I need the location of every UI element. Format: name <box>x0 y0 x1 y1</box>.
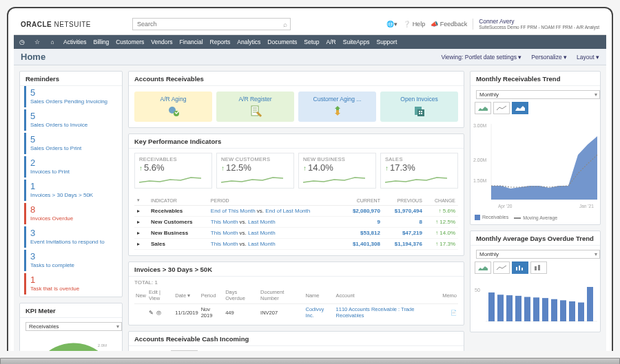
reminder-item[interactable]: 5Sales Orders to Print <box>24 133 118 154</box>
note-icon[interactable]: 📄 <box>451 310 457 316</box>
svg-rect-33 <box>560 301 566 322</box>
svg-text:2.00M: 2.00M <box>473 158 487 162</box>
menu-customers[interactable]: Customers <box>116 39 144 45</box>
svg-rect-25 <box>488 292 495 321</box>
svg-rect-9 <box>419 113 420 114</box>
search-box[interactable]: ⌕ <box>132 18 291 30</box>
globe-icon[interactable]: 🌐▾ <box>386 21 397 28</box>
svg-rect-27 <box>506 295 513 321</box>
trend2-title: Monthly Average Days Overdue Trend <box>471 231 600 246</box>
search-icon[interactable]: ⌕ <box>283 21 287 28</box>
topbar: ORACLE NETSUITE ⌕ 🌐▾ ❔ Help 📣 Feedback C… <box>14 14 606 35</box>
layout-link[interactable]: Layout ▾ <box>577 54 599 61</box>
chart-type-line-icon[interactable] <box>493 261 510 274</box>
tile-open-invoices[interactable]: Open Invoices <box>380 92 458 122</box>
reminder-item[interactable]: 5Sales Orders Pending Invoicing <box>24 86 118 107</box>
chart-type-area-icon[interactable] <box>475 261 491 274</box>
svg-rect-20 <box>521 268 523 270</box>
tile-ar-register[interactable]: A/R Register <box>216 92 294 122</box>
svg-rect-30 <box>533 297 539 321</box>
svg-rect-21 <box>535 266 537 270</box>
ar-portlet: Accounts Receivables A/R Aging A/R Regis… <box>128 71 464 128</box>
menu-documents[interactable]: Documents <box>267 39 297 45</box>
star-icon[interactable]: ☆ <box>33 38 41 46</box>
home-icon[interactable]: ⌂ <box>48 38 56 46</box>
kpi-title: Key Performance Indicators <box>129 134 464 149</box>
reminder-item[interactable]: 3Event Invitations to respond to <box>24 226 118 248</box>
clock-icon[interactable]: ◷ <box>18 38 26 46</box>
menu-activities[interactable]: Activities <box>63 39 87 45</box>
table-row[interactable]: ✎ ◎ 11/1/2019 Nov 2019 449 INV207 Codivv… <box>134 304 458 321</box>
trend1-period-select[interactable]: Monthly <box>476 90 600 99</box>
user-name: Conner Avery <box>479 19 599 25</box>
chart-type-filled-icon[interactable] <box>512 102 528 114</box>
menubar: ◷ ☆ ⌂ Activities Billing Customers Vendo… <box>14 35 606 49</box>
svg-rect-32 <box>551 299 557 321</box>
trend1-title: Monthly Receivables Trend <box>471 72 600 86</box>
personalize-link[interactable]: Personalize ▾ <box>531 54 567 61</box>
tile-label: A/R Register <box>238 96 271 103</box>
kpi-card[interactable]: NEW CUSTOMERS12.5% <box>216 153 294 189</box>
svg-rect-36 <box>587 287 593 321</box>
menu-billing[interactable]: Billing <box>94 39 110 45</box>
tile-label: Open Invoices <box>400 96 437 103</box>
feedback-link[interactable]: 📣 Feedback <box>431 21 467 28</box>
search-input[interactable] <box>136 20 283 28</box>
menu-ar[interactable]: A/R <box>327 39 336 45</box>
svg-rect-35 <box>578 303 584 321</box>
svg-text:Jan '21: Jan '21 <box>579 204 594 208</box>
trend2-period-select[interactable]: Monthly <box>476 250 600 259</box>
invoices-portlet: Invoices > 30 Days > 50K TOTAL: 1 NewEdi… <box>128 261 464 325</box>
table-row[interactable]: ▸ReceivablesEnd of This Month vs. End of… <box>134 206 458 217</box>
reminders-list: 5Sales Orders Pending Invoicing5Sales Or… <box>20 86 122 295</box>
menu-setup[interactable]: Setup <box>304 39 319 45</box>
menu-financial[interactable]: Financial <box>180 39 203 45</box>
reminder-item[interactable]: 8Invoices Overdue <box>24 203 118 224</box>
help-link[interactable]: ❔ Help <box>403 21 425 28</box>
table-row[interactable]: ▸SalesThis Month vs. Last Month$1,401,30… <box>134 239 458 250</box>
chart-type-line-icon[interactable] <box>493 102 510 114</box>
reminder-item[interactable]: 2Invoices to Print <box>24 156 118 178</box>
tile-customer-aging[interactable]: Customer Aging ... <box>298 92 376 122</box>
menu-reports[interactable]: Reports <box>210 39 231 45</box>
reminders-portlet: Reminders 5Sales Orders Pending Invoicin… <box>19 71 123 297</box>
kpi-portlet: Key Performance Indicators RECEIVABLES5.… <box>128 133 464 256</box>
user-block[interactable]: Conner Avery SuiteSuccess Demo FF PRM - … <box>473 19 599 30</box>
tile-label: A/R Aging <box>161 96 187 103</box>
viewing[interactable]: Viewing: Portlet date settings ▾ <box>441 54 521 61</box>
trend2-chart: 50 <box>471 277 600 332</box>
svg-rect-7 <box>419 111 420 112</box>
chart-type-area-icon[interactable] <box>475 102 491 114</box>
user-role: SuiteSuccess Demo FF PRM - NOAM FF PRM -… <box>479 25 599 30</box>
page-title: Home <box>21 52 45 62</box>
svg-rect-19 <box>519 266 520 270</box>
kpi-card[interactable]: NEW BUSINESS14.0% <box>298 153 376 189</box>
brand-logo: ORACLE NETSUITE <box>21 21 91 28</box>
tile-ar-aging[interactable]: A/R Aging <box>134 92 212 122</box>
kpi-meter-portlet: KPI Meter Receivables $2.1M RECEIVABLES <box>19 303 123 351</box>
menu-vendors[interactable]: Vendors <box>151 39 172 45</box>
chart-type-other-icon[interactable] <box>530 261 547 274</box>
menu-analytics[interactable]: Analytics <box>237 39 260 45</box>
svg-rect-26 <box>497 295 504 321</box>
table-row[interactable]: ▸New CustomersThis Month vs. Last Month9… <box>134 217 458 228</box>
table-row[interactable]: ▸New BusinessThis Month vs. Last Month$5… <box>134 228 458 239</box>
brand-a: ORACLE <box>21 21 52 28</box>
kpi-card[interactable]: SALES17.3% <box>380 153 458 189</box>
reminder-item[interactable]: 1Invoices > 30 Days > 50K <box>24 180 118 201</box>
cash-incoming-title: Accounts Receivable Cash Incoming <box>129 332 464 346</box>
reminder-item[interactable]: 3Tasks to complete <box>24 250 118 271</box>
kpi-card[interactable]: RECEIVABLES5.6% <box>134 153 212 189</box>
svg-rect-22 <box>538 265 540 270</box>
reminder-item[interactable]: 5Sales Orders to Invoice <box>24 109 118 131</box>
menu-suiteapps[interactable]: SuiteApps <box>343 39 370 45</box>
svg-text:3.00M: 3.00M <box>473 123 487 128</box>
edit-icon[interactable]: ✎ <box>149 310 154 316</box>
reminder-item[interactable]: 1Task that is overdue <box>24 273 118 295</box>
chart-type-bar-icon[interactable] <box>512 261 528 274</box>
kpi-meter-select[interactable]: Receivables <box>25 322 122 331</box>
svg-text:1.50M: 1.50M <box>473 178 487 183</box>
menu-support[interactable]: Support <box>376 39 397 45</box>
subsidiary-select[interactable]: - All - <box>171 350 197 351</box>
view-icon[interactable]: ◎ <box>156 310 161 316</box>
